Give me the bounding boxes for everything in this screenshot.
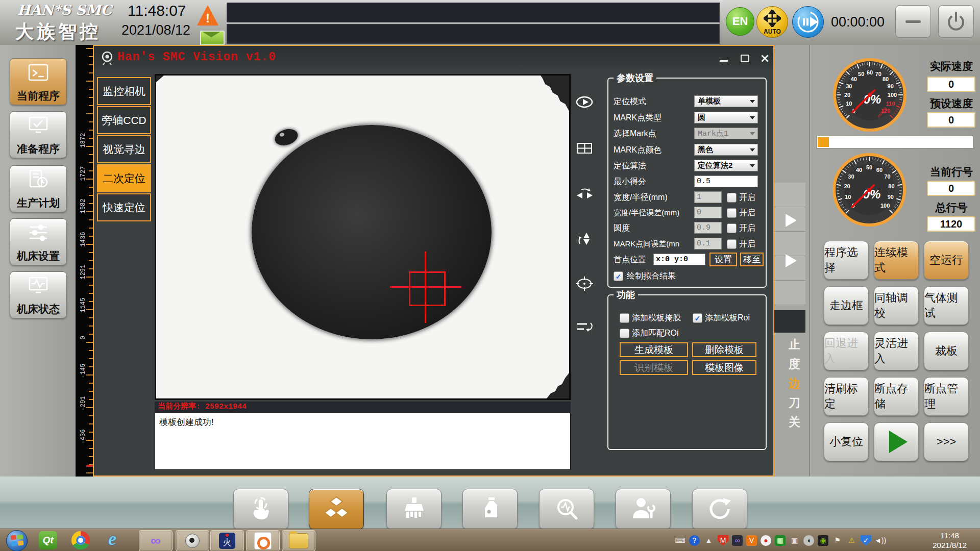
maintenance-button[interactable] [616, 489, 671, 530]
sidebar-item-prepare-program[interactable]: 准备程序 [10, 111, 67, 158]
camera-start-icon[interactable] [576, 93, 594, 111]
presentation-task-button[interactable] [246, 530, 280, 551]
alarm-warning-icon[interactable]: ! [197, 5, 218, 26]
first-point-input[interactable] [653, 254, 705, 265]
breakpoint-save-button[interactable]: 断点存储 [874, 377, 919, 416]
vision-software-task-button[interactable] [210, 530, 244, 551]
add-template-mask-checkbox[interactable] [620, 313, 629, 323]
program-select-button[interactable]: 程序选择 [824, 241, 869, 280]
gas-test-button[interactable]: 气体测试 [924, 286, 969, 325]
security-shield-tray-icon[interactable]: ✓ [861, 535, 871, 546]
power-button[interactable] [938, 5, 974, 38]
tab-vision-edge-finding[interactable]: 视觉寻边 [97, 135, 151, 163]
rotate-level-icon[interactable] [576, 318, 594, 336]
lubrication-button[interactable] [462, 489, 518, 530]
green-monitor-tray-icon[interactable]: ▦ [775, 535, 786, 546]
file-explorer-task-button[interactable] [282, 530, 315, 551]
template-image-button[interactable]: 模板图像 [692, 360, 756, 375]
sidebar-item-production-plan[interactable]: 生产计划 [10, 165, 67, 212]
sidebar-item-machine-settings[interactable]: 机床设置 [10, 218, 67, 265]
add-match-roi-checkbox[interactable] [620, 329, 629, 338]
small-reset-button[interactable]: 小复位 [824, 422, 869, 461]
auto-mode-badge[interactable]: AUTO [756, 6, 788, 38]
tab-quick-positioning[interactable]: 快速定位 [97, 193, 151, 221]
mark-gap-err-checkbox[interactable] [727, 239, 737, 249]
tab-side-axis-ccd[interactable]: 旁轴CCD [97, 106, 151, 134]
flip-horizontal-icon[interactable] [576, 185, 594, 203]
start-button[interactable] [6, 530, 28, 551]
antivirus-shield-tray-icon[interactable]: M [718, 535, 728, 546]
dialog-title-bar[interactable]: Han's SMC Vision v1.0 [94, 46, 773, 69]
show-hidden-tray-icon[interactable]: ▲ [703, 535, 714, 546]
play-arrow-icon[interactable] [786, 214, 797, 227]
recorder-tray-icon[interactable]: ● [761, 535, 771, 546]
keyboard-tray-icon[interactable]: ⌨ [675, 535, 685, 546]
window-copy-tray-icon[interactable]: ▣ [789, 535, 800, 546]
breakpoint-manage-button[interactable]: 断点管理 [924, 377, 969, 416]
roundness-checkbox[interactable] [727, 223, 737, 233]
first-point-move-button[interactable]: 移至 [740, 253, 764, 266]
coaxial-align-button[interactable]: 同轴调校 [874, 286, 919, 325]
usb-warning-tray-icon[interactable]: ⚠ [846, 535, 857, 546]
flexible-enter-button[interactable]: 灵活进入 [874, 332, 919, 370]
actual-speed-label: 实际速度 [923, 59, 979, 73]
flip-vertical-icon[interactable] [576, 231, 594, 249]
internet-explorer-icon[interactable]: e [108, 528, 116, 549]
qt-creator-icon[interactable]: Qt [39, 531, 57, 549]
taskbar-clock[interactable]: 11:48 2021/8/12 [933, 531, 967, 550]
flag-tray-icon[interactable]: ⚑ [832, 535, 843, 546]
start-run-button[interactable] [874, 422, 919, 461]
delete-template-button[interactable]: 删除模板 [692, 342, 756, 357]
minimize-app-button[interactable] [895, 5, 931, 38]
visual-studio-task-button[interactable]: ∞ [139, 530, 173, 551]
more-button[interactable]: >>> [924, 422, 969, 461]
param-row: 定位算法 定位算法2 [608, 160, 766, 172]
first-point-set-button[interactable]: 设置 [709, 253, 737, 266]
mark-type-dropdown[interactable]: 圆 [694, 112, 758, 123]
cut-board-button[interactable]: 裁板 [924, 332, 969, 370]
min-score-input[interactable] [694, 176, 758, 187]
v-app-tray-icon[interactable]: V [746, 535, 757, 546]
camera-app-task-button[interactable] [176, 530, 209, 551]
dialog-minimize-button[interactable] [718, 53, 731, 63]
target-crosshair-icon[interactable] [576, 274, 594, 292]
add-template-roi-checkbox[interactable] [693, 313, 702, 323]
help-tray-icon[interactable]: ? [689, 535, 700, 546]
language-badge[interactable]: EN [726, 7, 754, 36]
nvidia-tray-icon[interactable]: ◉ [818, 535, 828, 546]
mark-color-dropdown[interactable]: 黑色 [694, 144, 758, 156]
volume-tray-icon[interactable]: ◄)) [875, 535, 886, 546]
brush-calibration-button[interactable]: 清刷标定 [824, 377, 869, 416]
continuous-mode-button[interactable]: 连续模式 [874, 241, 919, 280]
tab-monitor-camera[interactable]: 监控相机 [97, 77, 151, 105]
feed-progress-bar[interactable] [816, 136, 973, 148]
message-envelope-icon[interactable] [200, 31, 225, 45]
chrome-icon[interactable] [71, 531, 90, 549]
reset-cycle-button[interactable] [692, 489, 747, 530]
frame-trace-button[interactable]: 走边框 [824, 286, 869, 325]
touch-select-button[interactable] [233, 489, 288, 530]
loc-mode-dropdown[interactable]: 单模板 [694, 95, 758, 107]
visual-studio-tray-icon[interactable]: ∞ [732, 535, 743, 546]
width-radius-checkbox[interactable] [727, 193, 737, 203]
loc-algo-dropdown[interactable]: 定位算法2 [694, 160, 758, 171]
ruler-tick [89, 187, 93, 188]
progress-knob[interactable] [818, 137, 829, 147]
dialog-maximize-button[interactable] [738, 53, 751, 63]
diagnostics-button[interactable] [539, 489, 594, 530]
width-radius-err-checkbox[interactable] [727, 208, 737, 218]
material-cubes-button[interactable] [309, 489, 364, 530]
grid-view-icon[interactable] [576, 139, 594, 157]
sidebar-item-machine-status[interactable]: 机床状态 [10, 271, 67, 318]
cycle-state-icon[interactable] [792, 6, 824, 38]
play-arrow-icon[interactable] [786, 254, 797, 267]
draw-fit-checkbox[interactable] [614, 271, 623, 281]
dialog-close-button[interactable] [758, 53, 772, 63]
satellite-dish-tray-icon[interactable]: ◖ [803, 535, 814, 546]
tab-secondary-positioning[interactable]: 二次定位 [97, 164, 151, 192]
sidebar-item-current-program[interactable]: 当前程序 [10, 58, 67, 105]
camera-viewport[interactable] [155, 74, 571, 400]
create-template-button[interactable]: 生成模板 [620, 342, 688, 357]
dry-run-button[interactable]: 空运行 [924, 241, 969, 280]
cleaning-brush-button[interactable] [386, 489, 442, 530]
